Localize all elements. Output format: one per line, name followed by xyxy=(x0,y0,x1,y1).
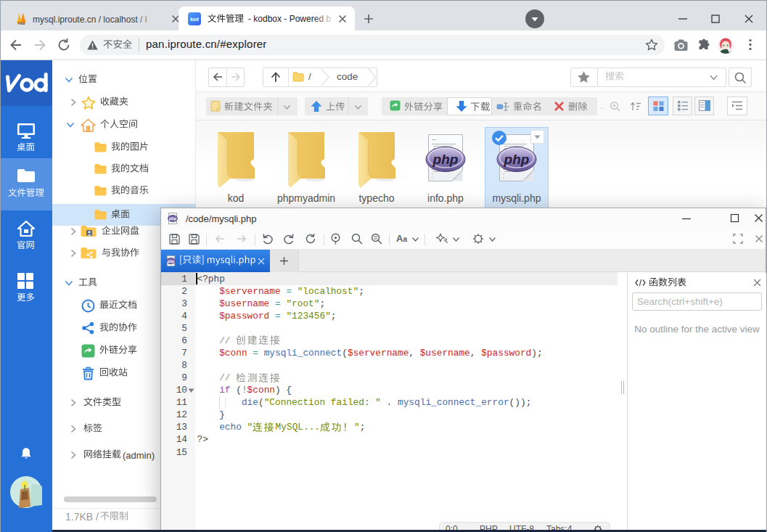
svg-text:php: php xyxy=(504,152,530,167)
svg-text:kod: kod xyxy=(190,17,199,22)
svg-text:php: php xyxy=(167,259,174,263)
svg-text:PMA: PMA xyxy=(18,22,26,25)
svg-text:php: php xyxy=(168,216,177,221)
svg-text:php: php xyxy=(432,152,459,167)
